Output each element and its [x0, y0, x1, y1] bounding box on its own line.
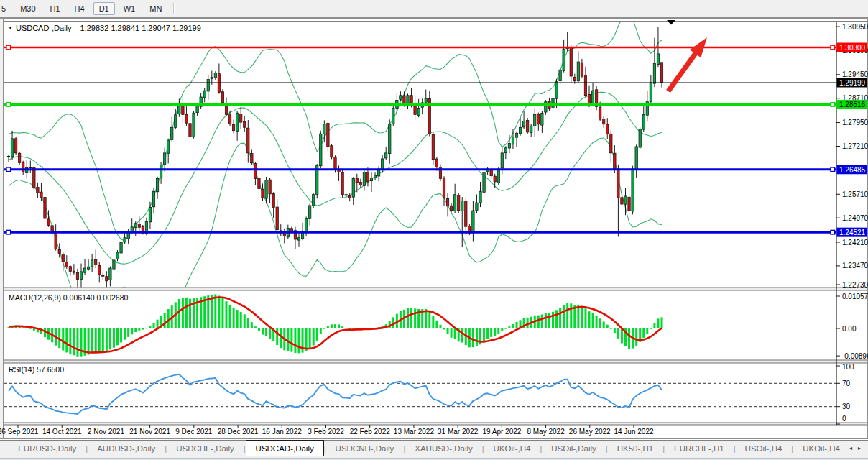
- macd-histogram-bar: [490, 328, 492, 337]
- macd-histogram-bar: [22, 327, 24, 328]
- candle-down: [138, 224, 140, 228]
- candle-down: [443, 178, 445, 198]
- macd-axis-label: 0.010578: [842, 293, 868, 300]
- candle-down: [44, 198, 46, 219]
- macd-histogram-bar: [167, 309, 170, 328]
- tab-usdcad-daily[interactable]: USDCAD-,Daily: [246, 440, 324, 456]
- line-handle[interactable]: [6, 45, 11, 50]
- macd-histogram-bar: [545, 313, 547, 328]
- macd-histogram-bar: [214, 294, 216, 328]
- macd-histogram-bar: [338, 324, 340, 328]
- macd-histogram-bar: [109, 328, 111, 349]
- candle-up: [559, 70, 561, 81]
- macd-histogram-bar: [153, 323, 155, 328]
- candle-down: [37, 188, 39, 193]
- candle-up: [555, 82, 558, 98]
- macd-histogram-bar: [537, 316, 540, 328]
- metatrader-window: 5M30H1H4D1W1MN 1.309501.301901.294501.28…: [0, 0, 868, 460]
- candle-down: [69, 267, 71, 272]
- candle-down: [603, 119, 605, 124]
- macd-histogram-bar: [120, 328, 122, 342]
- tab-ukoil-h4[interactable]: UKOil-,H4: [793, 441, 849, 456]
- candle-down: [446, 198, 448, 206]
- macd-histogram-bar: [80, 328, 83, 356]
- macd-histogram-bar: [320, 328, 322, 334]
- symbol-dropdown-icon[interactable]: ▼: [8, 25, 13, 30]
- line-handle[interactable]: [6, 167, 11, 172]
- macd-histogram-bar: [131, 328, 133, 334]
- line-handle[interactable]: [831, 230, 835, 234]
- candle-down: [490, 170, 492, 175]
- macd-histogram-bar: [265, 328, 267, 336]
- tab-usoil-h4[interactable]: USOil-,H4: [736, 441, 792, 456]
- line-handle[interactable]: [831, 103, 835, 107]
- candle-down: [628, 197, 630, 211]
- macd-histogram-bar: [233, 308, 235, 328]
- candle-up: [313, 195, 315, 206]
- chart-canvas[interactable]: 1.309501.301901.294501.287101.279501.272…: [0, 0, 868, 460]
- tab-hk50-h1[interactable]: HK50-,H1: [608, 441, 663, 456]
- macd-histogram-bar: [566, 303, 568, 328]
- tab-usdchf-daily[interactable]: USDCHF-,Daily: [167, 441, 244, 456]
- macd-histogram-bar: [44, 328, 46, 337]
- macd-histogram-bar: [486, 328, 489, 339]
- line-handle[interactable]: [831, 167, 835, 172]
- candle-down: [58, 249, 60, 253]
- candle-up: [522, 121, 525, 127]
- tab-xauusd-daily[interactable]: XAUUSD-,Daily: [405, 441, 482, 456]
- price-tick-label: 1.24210: [842, 239, 868, 247]
- candle-up: [461, 201, 463, 211]
- macd-histogram-bar: [661, 317, 663, 328]
- tab-scroll-left-icon[interactable]: ◂: [849, 445, 852, 451]
- macd-histogram-bar: [596, 316, 598, 328]
- candle-down: [106, 277, 108, 281]
- tab-ukoil-h4[interactable]: UKOil-,H4: [484, 441, 540, 456]
- macd-histogram-bar: [113, 328, 115, 348]
- candle-up: [91, 260, 93, 267]
- macd-histogram-bar: [461, 328, 463, 343]
- macd-histogram-bar: [102, 328, 104, 351]
- tab-usdcnh-daily[interactable]: USDCNH-,Daily: [326, 441, 404, 456]
- line-handle[interactable]: [6, 230, 11, 234]
- candle-up: [635, 147, 637, 170]
- macd-histogram-bar: [26, 328, 28, 328]
- tab-audusd-daily[interactable]: AUDUSD-,Daily: [88, 441, 165, 456]
- macd-histogram-bar: [646, 328, 648, 334]
- candle-up: [236, 113, 238, 131]
- tab-eurusd-daily[interactable]: EURUSD-,Daily: [9, 441, 86, 456]
- macd-histogram-bar: [290, 328, 292, 352]
- candle-up: [512, 137, 514, 144]
- candle-down: [185, 114, 188, 123]
- tab-scroll-right-icon[interactable]: ▸: [858, 445, 861, 451]
- macd-histogram-bar: [309, 328, 311, 349]
- candle-down: [33, 168, 35, 188]
- tab-eurchf-h1[interactable]: EURCHF-,H1: [665, 441, 734, 456]
- candle-down: [22, 162, 24, 172]
- candle-up: [453, 195, 456, 211]
- candle-up: [653, 63, 655, 83]
- macd-histogram-bar: [501, 328, 503, 331]
- candle-down: [95, 260, 97, 265]
- date-label: 8 May 2022: [527, 428, 565, 436]
- macd-histogram-bar: [73, 328, 75, 355]
- date-label: 13 Mar 2022: [394, 428, 435, 436]
- tab-usoil-daily[interactable]: USOil-,Daily: [542, 441, 606, 456]
- macd-histogram-bar: [472, 328, 474, 347]
- macd-histogram-bar: [497, 328, 499, 334]
- candle-down: [348, 196, 351, 198]
- candle-up: [541, 113, 543, 125]
- macd-histogram-bar: [134, 328, 137, 332]
- macd-histogram-bar: [182, 298, 184, 328]
- line-handle[interactable]: [831, 45, 835, 50]
- candle-up: [650, 83, 652, 102]
- candle-down: [341, 172, 343, 195]
- candle-down: [331, 146, 333, 157]
- panel-separator[interactable]: [4, 288, 867, 290]
- candle-up: [113, 260, 115, 269]
- line-handle[interactable]: [6, 103, 11, 107]
- candle-down: [588, 94, 590, 103]
- candle-up: [265, 180, 267, 198]
- macd-histogram-bar: [323, 328, 326, 329]
- panel-separator[interactable]: [4, 360, 867, 363]
- candle-up: [203, 91, 206, 98]
